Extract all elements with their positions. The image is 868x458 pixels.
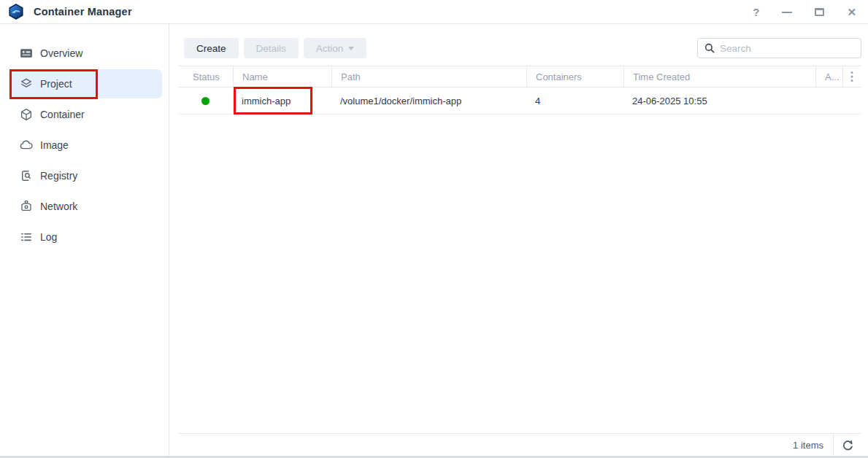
column-header-time-created[interactable]: Time Created: [623, 66, 815, 87]
column-settings-button[interactable]: [842, 66, 861, 87]
container-manager-app-icon: [7, 3, 25, 20]
sidebar-item-label: Log: [40, 231, 57, 243]
image-icon: [19, 138, 34, 152]
project-icon: [19, 77, 34, 91]
overview-icon: [19, 46, 34, 61]
sidebar-item-registry[interactable]: Registry: [9, 161, 162, 190]
row-action-cell: [815, 88, 842, 114]
row-name-cell: immich-app: [233, 88, 331, 114]
sidebar: Overview Project Container: [0, 24, 169, 456]
toolbar: Create Details Action: [178, 38, 861, 58]
details-button[interactable]: Details: [244, 38, 299, 58]
sidebar-item-image[interactable]: Image: [9, 131, 162, 160]
sidebar-item-log[interactable]: Log: [9, 222, 162, 252]
sidebar-item-label: Image: [40, 139, 69, 151]
chevron-down-icon: [348, 47, 354, 50]
column-header-path[interactable]: Path: [331, 66, 526, 87]
help-icon[interactable]: ?: [753, 6, 759, 18]
row-kebab-cell: [842, 88, 861, 114]
sidebar-item-container[interactable]: Container: [9, 100, 162, 129]
table-header: Status Name Path Containers Time Created…: [178, 66, 861, 88]
list-footer: 1 items: [178, 433, 861, 456]
search-input[interactable]: [720, 43, 855, 54]
sidebar-item-label: Network: [40, 201, 77, 212]
window-controls: ? ✕: [753, 0, 856, 24]
column-header-containers[interactable]: Containers: [526, 66, 623, 87]
kebab-menu-icon: [850, 71, 853, 82]
column-header-status[interactable]: Status: [178, 66, 233, 87]
app-title: Container Manager: [34, 6, 132, 18]
sidebar-item-label: Overview: [40, 47, 82, 59]
titlebar: Container Manager ? ✕: [0, 0, 868, 24]
close-icon[interactable]: ✕: [847, 6, 856, 19]
status-running-dot: [201, 97, 210, 105]
row-time-created-cell: 24-06-2025 10:55: [623, 88, 815, 114]
refresh-button[interactable]: [834, 434, 861, 456]
action-button-label: Action: [316, 43, 344, 54]
items-count: 1 items: [793, 440, 833, 451]
container-manager-window: Container Manager ? ✕ Overview: [0, 0, 868, 458]
empty-list-area: [178, 114, 861, 433]
sidebar-item-label: Registry: [40, 170, 77, 182]
search-icon: [704, 42, 715, 54]
registry-icon: [19, 168, 34, 183]
column-header-name[interactable]: Name: [233, 66, 331, 87]
search-box: [697, 38, 861, 58]
project-table: Status Name Path Containers Time Created…: [178, 66, 861, 114]
minimize-icon[interactable]: [782, 12, 792, 13]
log-icon: [19, 230, 34, 244]
sidebar-item-project[interactable]: Project: [9, 69, 162, 98]
column-header-action-truncated[interactable]: A...: [815, 66, 842, 87]
row-path-cell: /volume1/docker/immich-app: [331, 88, 526, 114]
maximize-icon[interactable]: [815, 8, 824, 16]
action-button[interactable]: Action: [304, 38, 367, 58]
table-row[interactable]: immich-app /volume1/docker/immich-app 4 …: [178, 88, 861, 114]
row-containers-cell: 4: [526, 88, 623, 114]
network-icon: [19, 199, 34, 214]
container-icon: [19, 107, 34, 122]
create-button[interactable]: Create: [184, 38, 239, 58]
main-content: Create Details Action Status Nam: [169, 24, 868, 456]
sidebar-item-overview[interactable]: Overview: [9, 39, 162, 68]
sidebar-item-label: Container: [40, 109, 85, 120]
sidebar-item-network[interactable]: Network: [9, 192, 162, 221]
row-status-cell: [178, 88, 233, 114]
refresh-icon: [842, 439, 854, 451]
sidebar-item-label: Project: [40, 78, 72, 90]
